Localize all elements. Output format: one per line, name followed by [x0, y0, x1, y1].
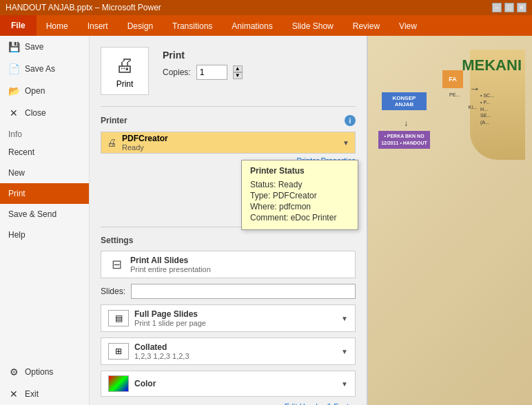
slide-preview: MEKANI FA → KONSEP ANJAB ↓ • PERKA BKN N…	[367, 36, 532, 405]
collated-icon: ⊞	[108, 343, 129, 360]
tab-insert[interactable]: Insert	[78, 17, 118, 36]
tooltip-status: Status: Ready	[250, 180, 349, 189]
tab-slideshow[interactable]: Slide Show	[283, 17, 343, 36]
sidebar-item-save[interactable]: 💾 Save	[0, 36, 89, 58]
sidebar: 💾 Save 📄 Save As 📂 Open ✕ Close Info Rec…	[0, 36, 90, 405]
mekan-text: MEKANI	[462, 56, 522, 74]
konsep-anjab-box: KONSEP ANJAB	[382, 92, 427, 110]
close-icon: ✕	[8, 107, 19, 118]
tab-view[interactable]: View	[389, 17, 427, 36]
content-area: 🖨 Print Print Copies: ▲ ▼ Printer i	[90, 36, 367, 405]
full-page-slides-icon: ▤	[108, 310, 129, 326]
main-container: 💾 Save 📄 Save As 📂 Open ✕ Close Info Rec…	[0, 36, 532, 405]
save-icon: 💾	[8, 41, 19, 52]
sidebar-item-exit[interactable]: ✕ Exit	[0, 383, 89, 405]
copies-spinner: ▲ ▼	[233, 65, 243, 79]
tab-file[interactable]: File	[0, 15, 37, 36]
sidebar-item-options[interactable]: ⚙ Options	[0, 361, 89, 383]
tab-transitions[interactable]: Transitions	[163, 17, 222, 36]
print-title: Print	[163, 50, 243, 61]
sidebar-item-print[interactable]: Print	[0, 183, 89, 204]
slide-diagram: MEKANI FA → KONSEP ANJAB ↓ • PERKA BKN N…	[375, 50, 525, 398]
tab-animations[interactable]: Animations	[222, 17, 282, 36]
slides-row: Slides:	[101, 284, 356, 299]
printer-info-icon[interactable]: i	[345, 115, 356, 126]
sidebar-item-recent[interactable]: Recent	[0, 142, 89, 163]
slides-input[interactable]	[131, 284, 356, 299]
exit-icon: ✕	[8, 388, 19, 399]
sidebar-item-open[interactable]: 📂 Open	[0, 80, 89, 102]
sidebar-item-close[interactable]: ✕ Close	[0, 102, 89, 124]
tooltip-where: Where: pdfcmon	[250, 202, 349, 211]
printer-select[interactable]: 🖨 PDFCreator Ready ▼	[101, 132, 356, 154]
orange-box-fa: FA	[442, 70, 463, 88]
tab-design[interactable]: Design	[118, 17, 163, 36]
color-text: Color	[134, 379, 336, 388]
minimize-button[interactable]: –	[492, 3, 502, 12]
print-all-slides-row[interactable]: ⊟ Print All Slides Print entire presenta…	[101, 251, 356, 278]
color-row[interactable]: Color ▼	[101, 371, 356, 397]
collated-row[interactable]: ⊞ Collated 1,2,3 1,2,3 1,2,3 ▼	[101, 338, 356, 365]
full-page-slides-label: Full Page Slides	[134, 309, 336, 319]
title-bar: HANDOUT ANJAB.pptx – Microsoft Power – □…	[0, 0, 532, 15]
full-page-slides-arrow: ▼	[341, 315, 348, 322]
sidebar-item-save-as[interactable]: 📄 Save As	[0, 58, 89, 80]
printer-section-title: Printer i	[101, 115, 356, 126]
print-all-slides-label: Print All Slides	[130, 256, 348, 265]
printer-dropdown-arrow: ▼	[342, 139, 349, 147]
color-label: Color	[134, 379, 336, 388]
title-bar-controls: – □ ✕	[492, 3, 526, 12]
tab-review[interactable]: Review	[343, 17, 389, 36]
options-icon: ⚙	[8, 366, 19, 377]
color-arrow: ▼	[341, 380, 348, 388]
slides-label: Slides:	[101, 287, 125, 296]
tooltip-title: Printer Status	[250, 166, 349, 176]
print-all-slides-sub: Print entire presentation	[130, 265, 348, 273]
pe-label: PE...	[449, 92, 477, 97]
open-icon: 📂	[8, 85, 19, 96]
maximize-button[interactable]: □	[504, 3, 514, 12]
tooltip-type: Type: PDFCreator	[250, 191, 349, 200]
print-header: 🖨 Print Print Copies: ▲ ▼	[101, 47, 356, 95]
color-icon	[108, 375, 129, 392]
printer-name: PDFCreator	[122, 134, 337, 143]
spin-down[interactable]: ▼	[233, 72, 243, 79]
printer-status: Ready	[122, 143, 337, 152]
sidebar-item-help[interactable]: Help	[0, 225, 89, 245]
save-as-icon: 📄	[8, 63, 19, 74]
tab-home[interactable]: Home	[37, 17, 78, 36]
copies-section: Print Copies: ▲ ▼	[163, 50, 243, 80]
perka-box: • PERKA BKN NO 12/2011 • HANDOUT	[378, 131, 430, 149]
collated-sub: 1,2,3 1,2,3 1,2,3	[134, 352, 336, 360]
close-button[interactable]: ✕	[517, 3, 526, 12]
collated-text: Collated 1,2,3 1,2,3 1,2,3	[134, 342, 336, 360]
printer-status-tooltip: Printer Status Status: Ready Type: PDFCr…	[241, 160, 358, 230]
print-button[interactable]: 🖨 Print	[101, 47, 149, 95]
ki-label: KI...	[469, 105, 477, 110]
printer-select-icon: 🖨	[107, 137, 116, 148]
copies-row: Copies: ▲ ▼	[163, 65, 243, 80]
arrow-down: ↓	[404, 118, 408, 128]
slide-content: MEKANI FA → KONSEP ANJAB ↓ • PERKA BKN N…	[368, 36, 532, 405]
sidebar-section-info: Info	[0, 124, 89, 142]
right-text: • SC...• P...H...SE...(A...	[480, 92, 522, 126]
collated-label: Collated	[134, 342, 336, 352]
printer-icon: 🖨	[115, 54, 134, 76]
collated-arrow: ▼	[341, 348, 348, 355]
title-bar-text: HANDOUT ANJAB.pptx – Microsoft Power	[6, 3, 161, 12]
full-page-slides-row[interactable]: ▤ Full Page Slides Print 1 slide per pag…	[101, 304, 356, 332]
spin-up[interactable]: ▲	[233, 65, 243, 72]
full-page-slides-text: Full Page Slides Print 1 slide per page	[134, 309, 336, 327]
full-page-slides-sub: Print 1 slide per page	[134, 319, 336, 327]
copies-input[interactable]	[196, 65, 227, 80]
sidebar-item-new[interactable]: New	[0, 163, 89, 183]
print-all-slides-text: Print All Slides Print entire presentati…	[130, 256, 348, 273]
settings-section-title: Settings	[101, 236, 356, 245]
printer-select-inner: PDFCreator Ready	[122, 134, 337, 152]
tooltip-comment: Comment: eDoc Printer	[250, 213, 349, 222]
ribbon-tabs: File Home Insert Design Transitions Anim…	[0, 15, 532, 36]
print-slides-icon: ⊟	[108, 256, 125, 273]
sidebar-item-save-send[interactable]: Save & Send	[0, 204, 89, 225]
edit-header-footer-link[interactable]: Edit Header & Footer	[101, 402, 356, 405]
